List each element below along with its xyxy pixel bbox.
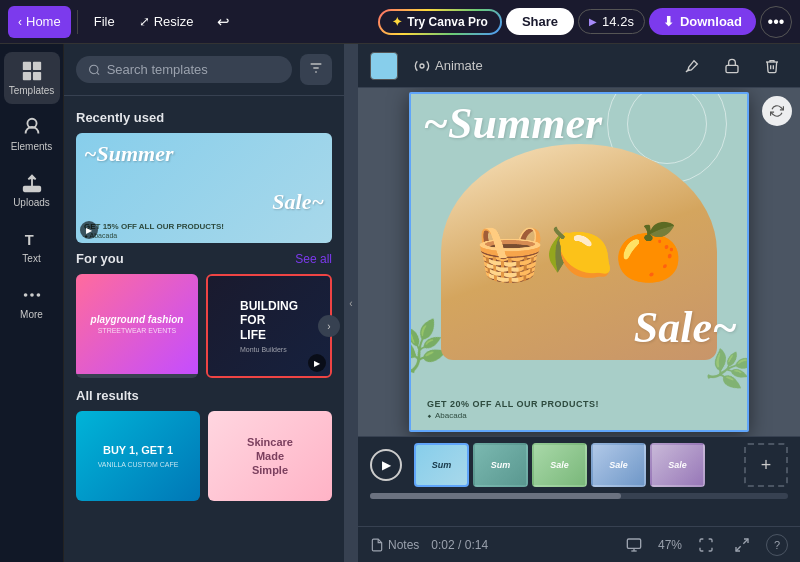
resize-button[interactable]: ⤢ Resize (129, 6, 204, 38)
undo-button[interactable]: ↩ (207, 6, 240, 38)
home-button[interactable]: ‹ Home (8, 6, 71, 38)
frame-thumb-5[interactable]: Sale (650, 443, 705, 487)
share-label: Share (522, 14, 558, 29)
frame-thumb-4[interactable]: Sale (591, 443, 646, 487)
magic-wand-button[interactable] (676, 54, 708, 78)
uploads-icon (21, 172, 43, 194)
all-results-title: All results (76, 388, 332, 403)
canvas-main[interactable]: 🌿 🌿 ~Summer 🧺🍋🍊 Sale~ GET 20% OFF ALL OU… (358, 88, 800, 436)
chevron-left-icon: ‹ (18, 15, 22, 29)
frame-thumb-1[interactable]: Sum (414, 443, 469, 487)
play-icon: ▶ (589, 16, 597, 27)
sale-title: Sale~ (634, 306, 737, 350)
frame-thumb-2[interactable]: Sum (473, 443, 528, 487)
svg-point-14 (420, 64, 424, 68)
text-label: Text (22, 253, 40, 264)
for-you-row: playground fashion STREETWEAR EVENTS BUI… (76, 274, 332, 378)
zoom-display: 47% (658, 538, 682, 552)
summer-preview: ~Summer Sale~ GET 15% OFF ALL OUR PRODUC… (76, 133, 332, 243)
canvas-area: Animate 🌿 🌿 (358, 44, 800, 562)
timeline-scrollbar[interactable] (370, 493, 788, 499)
svg-rect-0 (22, 62, 30, 70)
help-button[interactable]: ? (766, 534, 788, 556)
svg-line-20 (743, 539, 748, 544)
color-swatch[interactable] (370, 52, 398, 80)
download-button[interactable]: ⬇ Download (649, 8, 756, 35)
buy-preview: BUY 1, GET 1 VANILLA CUSTOM CAFE (76, 411, 200, 501)
template-thumb-building[interactable]: BUILDINGFORLIFE Montu Builders ▶ (206, 274, 332, 378)
elements-icon (21, 116, 43, 138)
resize-label: Resize (154, 14, 194, 29)
notes-label: Notes (388, 538, 419, 552)
main-layout: Templates Elements Uploads T Text More (0, 44, 800, 562)
play-icon-thumb: ▶ (80, 221, 98, 239)
design-canvas[interactable]: 🌿 🌿 ~Summer 🧺🍋🍊 Sale~ GET 20% OFF ALL OU… (409, 92, 749, 432)
magic-wand-icon (684, 58, 700, 74)
fullscreen-icon (698, 537, 714, 553)
all-results-row: BUY 1, GET 1 VANILLA CUSTOM CAFE Skincar… (76, 411, 332, 501)
sidebar-item-templates[interactable]: Templates (4, 52, 60, 104)
play-triangle-icon: ▶ (382, 458, 391, 472)
refresh-button[interactable] (762, 96, 792, 126)
sidebar-item-uploads[interactable]: Uploads (4, 164, 60, 216)
canva-pro-button[interactable]: ✦ Try Canva Pro (378, 9, 502, 35)
template-thumb-skincare[interactable]: SkincareMadeSimple (208, 411, 332, 501)
lock-button[interactable] (716, 54, 748, 78)
sidebar-icons: Templates Elements Uploads T Text More (0, 44, 64, 562)
carousel-next-button[interactable]: › (318, 315, 340, 337)
template-thumb-summer-sale[interactable]: ~Summer Sale~ GET 15% OFF ALL OUR PRODUC… (76, 133, 332, 243)
svg-rect-3 (32, 72, 40, 80)
play-button[interactable]: ▶ (370, 449, 402, 481)
svg-rect-1 (32, 62, 40, 70)
sidebar-item-elements[interactable]: Elements (4, 108, 60, 160)
svg-point-8 (30, 293, 34, 297)
expand-icon (734, 537, 750, 553)
for-you-title: For you (76, 251, 124, 266)
resize-icon: ⤢ (139, 14, 150, 29)
trash-icon (764, 58, 780, 74)
search-input[interactable] (107, 62, 280, 77)
brand-name: ⬥ Abacada (427, 411, 731, 420)
frame-thumb-3[interactable]: Sale (532, 443, 587, 487)
sidebar-item-text[interactable]: T Text (4, 220, 60, 272)
trash-button[interactable] (756, 54, 788, 78)
see-all-button[interactable]: See all (295, 252, 332, 266)
timer-button[interactable]: ▶ 14.2s (578, 9, 645, 34)
monitor-button[interactable] (622, 533, 646, 557)
template-thumb-buy[interactable]: BUY 1, GET 1 VANILLA CUSTOM CAFE (76, 411, 200, 501)
more-options-button[interactable]: ••• (760, 6, 792, 38)
svg-line-21 (736, 546, 741, 551)
uploads-label: Uploads (13, 197, 50, 208)
canva-pro-label: Try Canva Pro (407, 15, 488, 29)
timer-value: 14.2s (602, 14, 634, 29)
animate-button[interactable]: Animate (406, 54, 491, 78)
filter-button[interactable] (300, 54, 332, 85)
share-button[interactable]: Share (506, 8, 574, 35)
download-icon: ⬇ (663, 14, 674, 29)
play-icon-building: ▶ (308, 354, 326, 372)
panel-collapse-button[interactable]: ‹ (344, 44, 358, 562)
sidebar-item-more[interactable]: More (4, 276, 60, 328)
skincare-preview: SkincareMadeSimple (208, 411, 332, 501)
svg-rect-16 (726, 65, 738, 72)
svg-rect-17 (627, 539, 640, 548)
notes-button[interactable]: Notes (370, 538, 419, 552)
template-thumb-playground[interactable]: playground fashion STREETWEAR EVENTS (76, 274, 198, 378)
search-input-wrap[interactable] (76, 56, 292, 83)
templates-icon (21, 60, 43, 82)
add-frame-button[interactable]: + (744, 443, 788, 487)
ellipsis-icon: ••• (768, 13, 785, 31)
file-button[interactable]: File (84, 6, 125, 38)
playground-preview: playground fashion STREETWEAR EVENTS (76, 274, 198, 374)
file-label: File (94, 14, 115, 29)
recently-used-row: ~Summer Sale~ GET 15% OFF ALL OUR PRODUC… (76, 133, 332, 243)
fullscreen-button[interactable] (694, 533, 718, 557)
for-you-header: For you See all (76, 251, 332, 266)
monitor-icon (626, 537, 642, 553)
templates-scroll[interactable]: Recently used ~Summer Sale~ GET 15% OFF … (64, 96, 344, 562)
home-label: Home (26, 14, 61, 29)
timeline-controls: ▶ Sum Sum Sale Sale Sal (358, 437, 800, 493)
animate-icon (414, 58, 430, 74)
svg-text:T: T (24, 232, 33, 248)
expand-button[interactable] (730, 533, 754, 557)
